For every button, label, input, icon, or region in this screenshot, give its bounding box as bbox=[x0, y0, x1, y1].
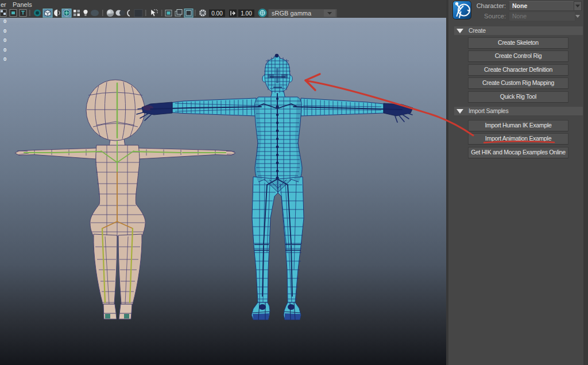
svg-text:1.00: 1.00 bbox=[241, 10, 252, 17]
svg-text:0.00: 0.00 bbox=[211, 10, 223, 17]
svg-text:sRGB gamma: sRGB gamma bbox=[272, 10, 312, 17]
